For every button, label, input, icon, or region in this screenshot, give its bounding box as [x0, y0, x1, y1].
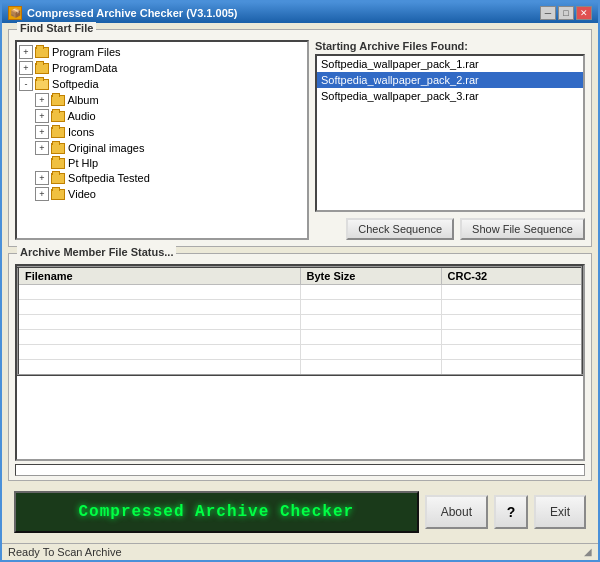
file-status-table: Filename Byte Size CRC-32 [17, 266, 583, 376]
folder-icon [51, 173, 65, 184]
tree-expander-icon[interactable]: + [35, 125, 49, 139]
minimize-button[interactable]: ─ [540, 6, 556, 20]
find-start-file-group: Find Start File + Program Files + Progra… [8, 29, 592, 247]
status-text: Ready To Scan Archive [8, 546, 122, 558]
folder-icon [51, 111, 65, 122]
tree-item-label: Icons [65, 126, 94, 138]
progress-bar [15, 464, 585, 476]
about-button[interactable]: About [425, 495, 488, 529]
app-logo: Compressed Archive Checker [14, 491, 419, 533]
folder-icon [51, 189, 65, 200]
table-row [18, 330, 582, 345]
col-crc32: CRC-32 [441, 267, 582, 285]
folder-icon [51, 143, 65, 154]
main-content: Find Start File + Program Files + Progra… [2, 23, 598, 543]
archive-item[interactable]: Softpedia_wallpaper_pack_3.rar [317, 88, 583, 104]
find-start-file-label: Find Start File [17, 22, 96, 34]
logo-text: Compressed Archive Checker [78, 503, 354, 521]
resize-grip: ◢ [584, 546, 592, 558]
progress-area [15, 464, 585, 476]
title-text: Compressed Archive Checker (V3.1.005) [27, 7, 238, 19]
show-file-sequence-button[interactable]: Show File Sequence [460, 218, 585, 240]
archive-item-selected[interactable]: Softpedia_wallpaper_pack_2.rar [317, 72, 583, 88]
tree-item[interactable]: + ProgramData [19, 60, 305, 76]
tree-item-label: ProgramData [49, 62, 117, 74]
tree-expander-icon[interactable]: + [35, 109, 49, 123]
close-button[interactable]: ✕ [576, 6, 592, 20]
tree-item[interactable]: + Original images [19, 140, 305, 156]
title-bar-left: 📦 Compressed Archive Checker (V3.1.005) [8, 6, 238, 20]
maximize-button[interactable]: □ [558, 6, 574, 20]
tree-item[interactable]: + Softpedia Tested [19, 170, 305, 186]
tree-expander-icon[interactable]: + [35, 187, 49, 201]
table-row [18, 285, 582, 300]
file-status-table-wrapper: Filename Byte Size CRC-32 [15, 264, 585, 461]
folder-icon [35, 79, 49, 90]
tree-expander-icon[interactable]: + [19, 61, 33, 75]
tree-item-label: Album [65, 94, 99, 106]
folder-icon [35, 63, 49, 74]
bottom-panel: Compressed Archive Checker About ? Exit [8, 487, 592, 537]
col-bytesize: Byte Size [300, 267, 441, 285]
archive-files-label: Starting Archive Files Found: [315, 40, 585, 52]
file-tree[interactable]: + Program Files + ProgramData - [15, 40, 309, 240]
main-window: 📦 Compressed Archive Checker (V3.1.005) … [0, 0, 600, 562]
member-file-status-group: Archive Member File Status... Filename B… [8, 253, 592, 481]
help-icon: ? [507, 504, 516, 520]
table-row [18, 315, 582, 330]
right-panel: Starting Archive Files Found: Softpedia_… [315, 40, 585, 240]
app-icon: 📦 [8, 6, 22, 20]
tree-item[interactable]: + Video [19, 186, 305, 202]
tree-item[interactable]: + Program Files [19, 44, 305, 60]
archive-buttons: Check Sequence Show File Sequence [315, 218, 585, 240]
table-row [18, 300, 582, 315]
tree-item-label: Softpedia [49, 78, 99, 90]
tree-expander-icon[interactable]: + [35, 171, 49, 185]
tree-item-label: Program Files [49, 46, 121, 58]
tree-item-label: Pt Hlp [65, 157, 98, 169]
folder-icon [51, 95, 65, 106]
archive-file-list[interactable]: Softpedia_wallpaper_pack_1.rar Softpedia… [315, 54, 585, 212]
tree-item[interactable]: + Icons [19, 124, 305, 140]
folder-icon [51, 127, 65, 138]
tree-expander-icon[interactable]: - [19, 77, 33, 91]
title-bar: 📦 Compressed Archive Checker (V3.1.005) … [2, 2, 598, 23]
check-sequence-button[interactable]: Check Sequence [346, 218, 454, 240]
title-controls: ─ □ ✕ [540, 6, 592, 20]
tree-item[interactable]: Pt Hlp [19, 156, 305, 170]
status-bar: Ready To Scan Archive ◢ [2, 543, 598, 560]
tree-item[interactable]: - Softpedia [19, 76, 305, 92]
archive-item[interactable]: Softpedia_wallpaper_pack_1.rar [317, 56, 583, 72]
table-row [18, 360, 582, 376]
folder-icon [35, 47, 49, 58]
tree-item-label: Softpedia Tested [65, 172, 150, 184]
member-file-status-label: Archive Member File Status... [17, 246, 176, 258]
tree-expander-icon[interactable]: + [35, 141, 49, 155]
table-row [18, 345, 582, 360]
tree-item-label: Video [65, 188, 96, 200]
col-filename: Filename [18, 267, 300, 285]
tree-expander-icon[interactable]: + [19, 45, 33, 59]
folder-icon [51, 158, 65, 169]
tree-expander-icon[interactable]: + [35, 93, 49, 107]
tree-item-label: Original images [65, 142, 144, 154]
exit-button[interactable]: Exit [534, 495, 586, 529]
tree-item-label: Audio [65, 110, 96, 122]
tree-item[interactable]: + Audio [19, 108, 305, 124]
tree-item[interactable]: + Album [19, 92, 305, 108]
help-button[interactable]: ? [494, 495, 528, 529]
